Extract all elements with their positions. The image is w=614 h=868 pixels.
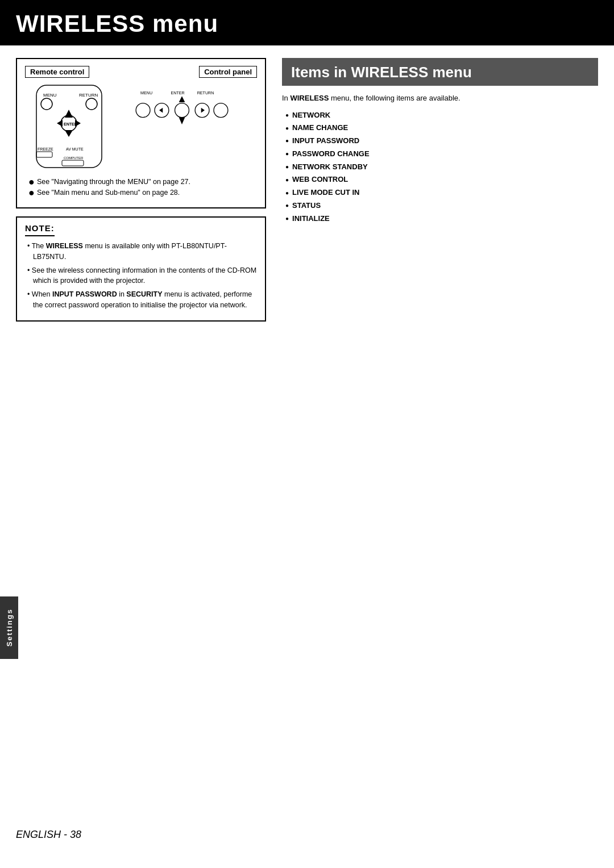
items-section-title: Items in WIRELESS menu [291,64,589,81]
note-box: NOTE: The WIRELESS menu is available onl… [16,216,266,322]
menu-item-password-change: PASSWORD CHANGE [285,148,598,160]
svg-marker-5 [65,110,73,118]
svg-text:FREEZE: FREEZE [38,147,53,151]
svg-marker-25 [201,108,205,113]
bullet-dot-2: ● [28,187,35,198]
settings-tab: Settings [0,596,18,659]
svg-point-22 [136,103,150,118]
footer-text: ENGLISH - 38 [16,829,81,840]
menu-items-list: NETWORK NAME CHANGE INPUT PASSWORD PASSW… [282,110,598,225]
menu-item-live-mode-cut-in: LIVE MODE CUT IN [285,187,598,199]
right-column: Items in WIRELESS menu In WIRELESS menu,… [282,58,598,322]
svg-point-26 [214,103,228,118]
note-title: NOTE: [25,223,55,236]
control-diagram-header: Remote control Control panel [25,66,257,78]
bullet-dot-1: ● [28,177,35,187]
menu-item-input-password: INPUT PASSWORD [285,135,598,147]
svg-marker-27 [179,118,185,124]
bullet-note-1: ● See "Navigating through the MENU" on p… [28,178,257,187]
svg-rect-12 [36,152,52,157]
svg-marker-9 [75,120,81,127]
left-column: Remote control Control panel MENU RETURN [16,58,266,322]
svg-rect-15 [62,160,84,166]
svg-point-4 [86,98,97,110]
footer: ENGLISH - 38 [16,829,81,841]
control-panel-svg-area: MENU ENTER RETURN [125,82,257,133]
note-item-3: When INPUT PASSWORD in SECURITY menu is … [25,289,257,311]
svg-point-23 [175,103,189,118]
menu-item-name-change: NAME CHANGE [285,122,598,134]
items-description: In WIRELESS menu, the following items ar… [282,93,598,104]
remote-control-svg-area: MENU RETURN ENTER [25,82,116,172]
menu-item-web-control: WEB CONTROL [285,174,598,186]
svg-text:AV MUTE: AV MUTE [66,147,84,151]
control-panel-label: Control panel [199,66,257,78]
menu-item-initialize: INITIALIZE [285,213,598,225]
svg-text:MENU: MENU [140,91,152,95]
main-content: Remote control Control panel MENU RETURN [0,45,614,333]
note-item-2: See the wireless connecting information … [25,265,257,287]
page-title-bar: WIRELESS menu [0,0,614,45]
note-item-1: The WIRELESS menu is available only with… [25,241,257,262]
control-diagram-box: Remote control Control panel MENU RETURN [16,58,266,208]
svg-point-3 [41,98,52,110]
svg-marker-19 [179,96,185,102]
settings-tab-label: Settings [5,608,14,646]
svg-text:RETURN: RETURN [197,91,214,95]
remote-control-label: Remote control [25,66,89,78]
svg-marker-10 [65,130,73,137]
svg-text:RETURN: RETURN [79,93,98,98]
menu-item-network-standby: NETWORK STANDBY [285,161,598,173]
controls-row: MENU RETURN ENTER [25,82,257,172]
svg-text:MENU: MENU [43,93,57,98]
menu-item-network: NETWORK [285,110,598,122]
svg-marker-8 [57,120,63,127]
svg-marker-21 [159,108,163,113]
svg-text:COMPUTER: COMPUTER [64,156,84,160]
bullet-note-2: ● See "Main menu and Sub-menu" on page 2… [28,189,257,198]
svg-text:ENTER: ENTER [171,91,184,95]
menu-item-status: STATUS [285,200,598,212]
items-section-title-bar: Items in WIRELESS menu [282,58,598,86]
page-title: WIRELESS menu [16,10,598,37]
